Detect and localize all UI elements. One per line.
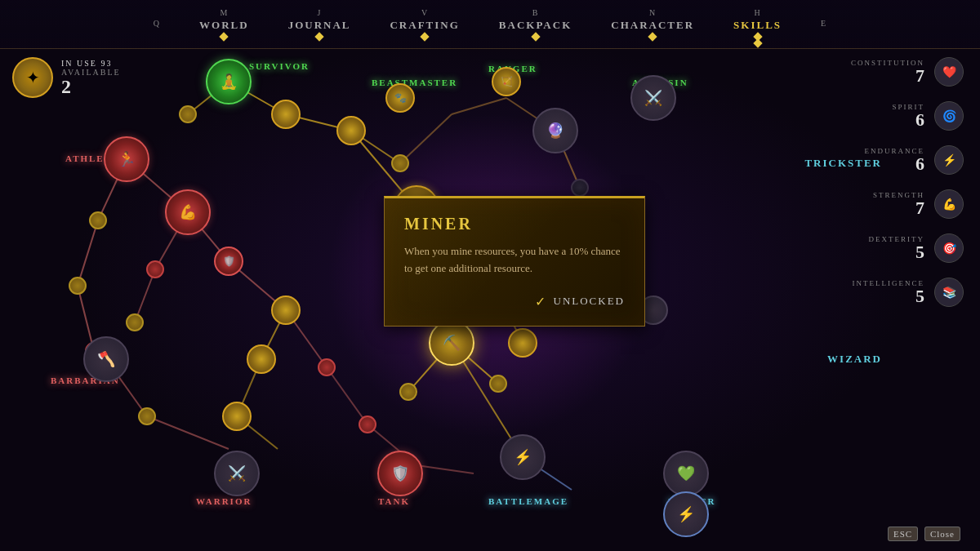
svg-line-8 <box>147 416 229 449</box>
nav-key-skills: H <box>754 8 760 17</box>
stats-panel: CONSTITUTION 7 ❤️ SPIRIT 6 🌀 ENDURANCE 6… <box>851 57 964 322</box>
barbarian-node[interactable]: 🪓 <box>83 336 129 382</box>
nav-label-character: CHARACTER <box>611 19 694 32</box>
nav-diamond-skills <box>753 32 762 41</box>
unlocked-text: UNLOCKED <box>554 295 626 308</box>
spirit-value: 6 <box>892 111 924 129</box>
tooltip-description: When you mine resources, you have a 10% … <box>404 243 625 278</box>
nav-item-world[interactable]: M WORLD <box>180 3 269 45</box>
constitution-value: 7 <box>851 67 924 85</box>
warrior-node[interactable]: ⚔️ <box>214 451 260 496</box>
node-350-140[interactable] <box>271 100 301 129</box>
athlete-node[interactable]: 🏃 <box>104 136 149 182</box>
node-230-140[interactable] <box>179 105 197 123</box>
nav-item-e[interactable]: E <box>801 14 846 34</box>
miner-tooltip: MINER When you mine resources, you have … <box>384 196 645 327</box>
nav-key-crafting: V <box>421 8 428 17</box>
node-190-330[interactable] <box>146 260 164 278</box>
svg-line-34 <box>452 98 506 114</box>
nav-label-journal: JOURNAL <box>288 19 351 32</box>
tooltip-title: MINER <box>404 215 625 233</box>
nav-key-backpack: B <box>532 8 539 17</box>
endurance-value: 6 <box>865 155 925 173</box>
node-290-510[interactable] <box>222 402 252 431</box>
nav-item-journal[interactable]: J JOURNAL <box>269 3 371 45</box>
node-500-480[interactable] <box>399 383 417 401</box>
node-120-270[interactable] <box>89 211 107 229</box>
spirit-icon: 🌀 <box>934 101 964 131</box>
stat-endurance: ENDURANCE 6 ⚡ <box>851 145 964 175</box>
node-230-260[interactable]: 💪 <box>165 189 211 235</box>
miner-main-node[interactable]: ⛏️ <box>429 320 474 366</box>
nav-label-world: WORLD <box>199 19 249 32</box>
nav-key-journal: J <box>318 8 322 17</box>
stat-intelligence: INTELLIGENCE 5 📚 <box>851 278 964 307</box>
node-95-350[interactable] <box>69 277 87 295</box>
assassin-node[interactable]: ⚔️ <box>630 75 676 121</box>
nav-diamond-crafting <box>420 32 429 41</box>
nav-diamond-character <box>648 32 657 41</box>
nav-key-q: Q <box>154 19 160 28</box>
nav-item-character[interactable]: N CHARACTER <box>591 3 714 45</box>
ranger-node[interactable]: 🏹 <box>492 67 521 96</box>
close-hint: ESC Close <box>888 529 964 539</box>
nav-diamond-backpack <box>531 32 540 41</box>
tank-node[interactable]: 🛡️ <box>377 451 423 496</box>
nav-item-backpack[interactable]: B BACKPACK <box>479 3 591 45</box>
strength-icon: 💪 <box>934 189 964 219</box>
node-610-470[interactable] <box>489 375 507 393</box>
nav-diamond-world <box>220 32 229 41</box>
node-280-320[interactable]: 🛡️ <box>214 247 243 276</box>
top-navigation: Q M WORLD J JOURNAL V CRAFTING B BACKPAC… <box>0 0 980 49</box>
survivor-node[interactable]: 🧘 <box>206 59 252 104</box>
healer-sub-node[interactable]: ⚡ <box>663 491 709 537</box>
battlemage-node[interactable]: ⚡ <box>500 434 546 480</box>
available-value: 2 <box>61 77 121 96</box>
stat-spirit: SPIRIT 6 🌀 <box>851 101 964 131</box>
nav-item-skills[interactable]: H SKILLS <box>714 3 801 45</box>
intelligence-value: 5 <box>853 287 924 305</box>
skill-points-panel: ✦ IN USE 93 AVAILABLE 2 <box>12 57 121 98</box>
dexterity-value: 5 <box>869 243 925 261</box>
svg-line-37 <box>416 465 474 473</box>
constitution-icon: ❤️ <box>934 57 964 87</box>
node-350-380[interactable] <box>271 295 301 325</box>
node-680-160[interactable]: 🔮 <box>532 108 578 153</box>
skill-points-icon: ✦ <box>12 57 53 98</box>
node-165-395[interactable] <box>126 313 144 331</box>
node-450-520[interactable] <box>359 415 376 433</box>
wizard-label: WIZARD <box>827 353 882 366</box>
esc-key[interactable]: ESC <box>888 527 918 541</box>
node-400-450[interactable] <box>318 358 336 376</box>
node-490-200[interactable] <box>391 154 409 172</box>
nav-item-crafting[interactable]: V CRAFTING <box>370 3 479 45</box>
nav-label-skills: SKILLS <box>733 19 782 32</box>
healer-node[interactable]: 💚 <box>663 451 709 496</box>
node-640-420[interactable] <box>508 328 537 358</box>
in-use-label: IN USE 93 <box>61 59 121 68</box>
nav-key-e: E <box>821 19 826 28</box>
nav-key-world: M <box>220 8 228 17</box>
nav-label-crafting: CRAFTING <box>390 19 459 32</box>
strength-value: 7 <box>873 199 924 217</box>
endurance-icon: ⚡ <box>934 145 964 175</box>
stat-strength: STRENGTH 7 💪 <box>851 189 964 219</box>
close-label: Close <box>924 527 960 541</box>
nav-label-backpack: BACKPACK <box>499 19 572 32</box>
stat-constitution: CONSTITUTION 7 ❤️ <box>851 57 964 87</box>
constitution-name: CONSTITUTION <box>851 59 924 67</box>
nav-item-q[interactable]: Q <box>134 14 180 34</box>
node-320-440[interactable] <box>247 344 276 374</box>
node-710-230[interactable] <box>571 179 589 197</box>
tooltip-status: ✓ UNLOCKED <box>404 294 625 309</box>
nav-key-character: N <box>649 8 656 17</box>
node-430-160[interactable] <box>336 116 366 145</box>
beastmaster-node[interactable]: 🐾 <box>385 83 415 113</box>
node-180-510[interactable] <box>138 407 156 425</box>
dexterity-icon: 🎯 <box>934 233 964 263</box>
check-icon: ✓ <box>535 294 547 309</box>
svg-line-4 <box>78 220 98 286</box>
stat-dexterity: DEXTERITY 5 🎯 <box>851 233 964 263</box>
nav-diamond-journal <box>314 32 323 41</box>
intelligence-icon: 📚 <box>934 278 964 307</box>
